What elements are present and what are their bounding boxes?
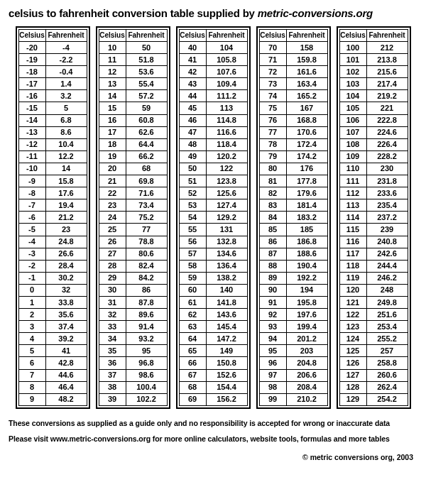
cell-fahrenheit: 233.6 bbox=[366, 187, 408, 199]
cell-celsius: -17 bbox=[18, 78, 45, 90]
cell-fahrenheit: 55.4 bbox=[126, 78, 167, 90]
cell-fahrenheit: 141.8 bbox=[206, 296, 247, 308]
title-prefix: celsius to fahrenheit conversion table s… bbox=[9, 7, 258, 19]
cell-celsius: 1 bbox=[18, 296, 45, 308]
table-row: 60140 bbox=[179, 284, 247, 296]
table-row: 77170.6 bbox=[259, 126, 327, 138]
table-row: 95203 bbox=[259, 345, 327, 357]
cell-celsius: 114 bbox=[339, 212, 366, 224]
cell-celsius: 91 bbox=[259, 296, 286, 308]
cell-celsius: -3 bbox=[18, 248, 45, 260]
table-row: 84183.2 bbox=[259, 212, 327, 224]
table-row: 439.2 bbox=[18, 333, 87, 345]
cell-fahrenheit: 86 bbox=[126, 284, 167, 296]
table-row: 80176 bbox=[259, 163, 327, 175]
cell-celsius: 64 bbox=[179, 333, 206, 345]
cell-fahrenheit: 219.2 bbox=[366, 90, 408, 102]
table-row: 2678.8 bbox=[99, 236, 167, 248]
header-fahrenheit: Fahrenheit bbox=[45, 30, 87, 42]
cell-celsius: 25 bbox=[99, 224, 126, 236]
cell-celsius: 10 bbox=[99, 42, 126, 54]
cell-fahrenheit: 96.8 bbox=[126, 357, 167, 369]
cell-fahrenheit: 231.8 bbox=[366, 175, 408, 187]
cell-fahrenheit: 197.6 bbox=[286, 309, 327, 321]
table-row: 122251.6 bbox=[339, 309, 408, 321]
cell-celsius: 59 bbox=[179, 272, 206, 284]
cell-celsius: 7 bbox=[18, 369, 45, 381]
table-row: 119246.2 bbox=[339, 272, 408, 284]
cell-fahrenheit: 185 bbox=[286, 224, 327, 236]
table-row: 133.8 bbox=[18, 296, 87, 308]
cell-celsius: 52 bbox=[179, 187, 206, 199]
table-row: -817.6 bbox=[18, 187, 87, 199]
cell-celsius: 61 bbox=[179, 296, 206, 308]
cell-fahrenheit: 8.6 bbox=[45, 126, 87, 138]
table-row: 235.6 bbox=[18, 309, 87, 321]
cell-celsius: 58 bbox=[179, 260, 206, 272]
cell-celsius: 27 bbox=[99, 248, 126, 260]
cell-celsius: 23 bbox=[99, 199, 126, 212]
cell-fahrenheit: 161.6 bbox=[286, 66, 327, 78]
table-row: 67152.6 bbox=[179, 369, 247, 381]
cell-celsius: -18 bbox=[18, 66, 45, 78]
cell-fahrenheit: 3.2 bbox=[45, 90, 87, 102]
cell-fahrenheit: 248 bbox=[366, 284, 408, 296]
tables-container: CelsiusFahrenheit-20-4-19-2.2-18-0.4-171… bbox=[7, 26, 419, 409]
cell-celsius: 92 bbox=[259, 309, 286, 321]
cell-fahrenheit: 10.4 bbox=[45, 138, 87, 150]
cell-fahrenheit: 57.2 bbox=[126, 90, 167, 102]
cell-celsius: 100 bbox=[339, 42, 366, 54]
cell-fahrenheit: 251.6 bbox=[366, 309, 408, 321]
table-row: 71159.8 bbox=[259, 54, 327, 66]
table-row: 541 bbox=[18, 345, 87, 357]
cell-fahrenheit: 35.6 bbox=[45, 309, 87, 321]
table-row: 53127.4 bbox=[179, 199, 247, 212]
table-row: 83181.4 bbox=[259, 199, 327, 212]
table-row: 337.4 bbox=[18, 321, 87, 333]
cell-fahrenheit: 244.4 bbox=[366, 260, 408, 272]
cell-fahrenheit: 102.2 bbox=[126, 393, 167, 405]
table-row: 114237.2 bbox=[339, 212, 408, 224]
table-row: 1864.4 bbox=[99, 138, 167, 150]
cell-celsius: 113 bbox=[339, 199, 366, 212]
cell-celsius: -7 bbox=[18, 199, 45, 212]
cell-celsius: 11 bbox=[99, 54, 126, 66]
table-row: 57134.6 bbox=[179, 248, 247, 260]
cell-fahrenheit: 165.2 bbox=[286, 90, 327, 102]
cell-fahrenheit: 64.4 bbox=[126, 138, 167, 150]
cell-fahrenheit: 246.2 bbox=[366, 272, 408, 284]
cell-fahrenheit: 221 bbox=[366, 102, 408, 114]
table-row: 86186.8 bbox=[259, 236, 327, 248]
table-row: 78172.4 bbox=[259, 138, 327, 150]
cell-fahrenheit: 176 bbox=[286, 163, 327, 175]
table-row: 2068 bbox=[99, 163, 167, 175]
cell-fahrenheit: -4 bbox=[45, 42, 87, 54]
cell-celsius: 81 bbox=[259, 175, 286, 187]
cell-celsius: 127 bbox=[339, 369, 366, 381]
cell-fahrenheit: 24.8 bbox=[45, 236, 87, 248]
page: celsius to fahrenheit conversion table s… bbox=[0, 0, 426, 461]
cell-celsius: 30 bbox=[99, 284, 126, 296]
cell-celsius: -9 bbox=[18, 175, 45, 187]
cell-celsius: 20 bbox=[99, 163, 126, 175]
cell-fahrenheit: 82.4 bbox=[126, 260, 167, 272]
cell-fahrenheit: 105.8 bbox=[206, 54, 247, 66]
cell-celsius: 56 bbox=[179, 236, 206, 248]
table-row: 2984.2 bbox=[99, 272, 167, 284]
table-row: -155 bbox=[18, 102, 87, 114]
table-row: 82179.6 bbox=[259, 187, 327, 199]
cell-celsius: 57 bbox=[179, 248, 206, 260]
cell-fahrenheit: 21.2 bbox=[45, 212, 87, 224]
table-row: 100212 bbox=[339, 42, 408, 54]
cell-fahrenheit: 125.6 bbox=[206, 187, 247, 199]
cell-fahrenheit: 212 bbox=[366, 42, 408, 54]
cell-celsius: 18 bbox=[99, 138, 126, 150]
cell-fahrenheit: 71.6 bbox=[126, 187, 167, 199]
table-row: 118244.4 bbox=[339, 260, 408, 272]
cell-celsius: 47 bbox=[179, 126, 206, 138]
cell-celsius: 108 bbox=[339, 138, 366, 150]
cell-celsius: 97 bbox=[259, 369, 286, 381]
cell-celsius: -11 bbox=[18, 150, 45, 163]
cell-fahrenheit: 174.2 bbox=[286, 150, 327, 163]
table-row: 102215.6 bbox=[339, 66, 408, 78]
